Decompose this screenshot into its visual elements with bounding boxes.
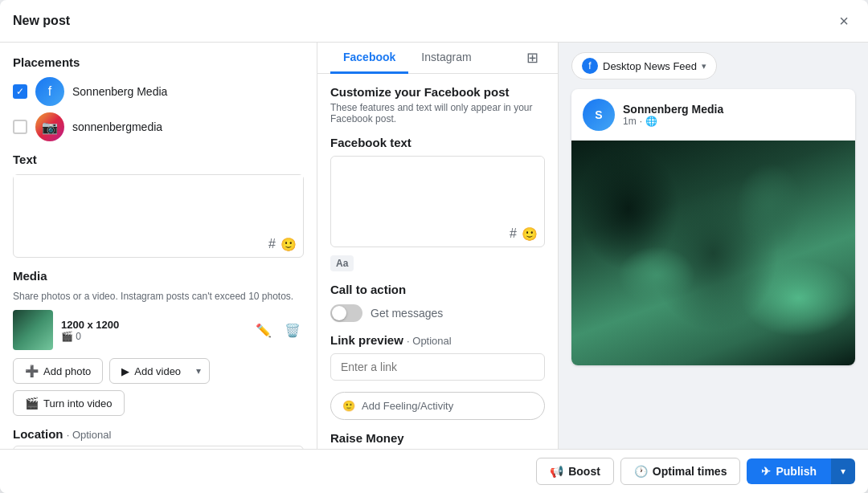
media-item: 1200 x 1200 🎬 0 ✏️ 🗑️ — [13, 310, 304, 350]
media-actions: ✏️ 🗑️ — [252, 320, 304, 341]
boost-icon: 📢 — [550, 465, 563, 478]
text-label: Text — [13, 153, 304, 166]
video-icon: 🎬 — [61, 331, 73, 342]
fb-text-label: Facebook text — [330, 136, 545, 149]
feeling-icon: 🙂 — [342, 400, 355, 412]
publish-button-group: ✈ Publish ▾ — [747, 458, 855, 484]
media-thumbnail — [13, 310, 53, 350]
left-panel: Placements ✓ f Sonnenberg Media 📷 sonne — [0, 43, 317, 449]
post-image — [571, 141, 855, 365]
raise-money-label: Raise Money — [330, 431, 545, 445]
add-photo-button[interactable]: ➕ Add photo — [13, 358, 103, 384]
turn-into-video-icon: 🎬 — [25, 397, 39, 409]
text-section: Text # 🙂 — [13, 153, 304, 258]
get-messages-row: Get messages — [330, 304, 545, 322]
media-dimensions: 1200 x 1200 — [61, 319, 244, 331]
instagram-placement-name: sonnenbergmedia — [72, 120, 162, 133]
layout-icon[interactable]: ⊞ — [520, 43, 545, 73]
toggle-knob — [332, 306, 346, 320]
publish-icon: ✈ — [761, 465, 771, 478]
post-meta: 1m · 🌐 — [623, 116, 844, 127]
link-input[interactable] — [330, 353, 545, 381]
add-video-button-group: ▶ Add video ▾ — [109, 358, 210, 384]
get-messages-label: Get messages — [371, 307, 443, 320]
post-header: S Sonnenberg Media 1m · 🌐 — [571, 89, 855, 141]
right-panel: f Desktop News Feed ▾ S Sonnenberg Media… — [559, 43, 868, 449]
get-messages-toggle[interactable] — [330, 304, 362, 322]
customize-desc: These features and text will only appear… — [330, 102, 545, 124]
modal-header: New post × — [0, 0, 868, 43]
customize-section: Customize your Facebook post These featu… — [317, 74, 558, 449]
preview-selector[interactable]: f Desktop News Feed ▾ — [571, 52, 717, 79]
location-label: Location · Optional — [13, 427, 304, 441]
modal-title: New post — [13, 14, 70, 28]
publish-button[interactable]: ✈ Publish — [747, 458, 831, 484]
placements-label: Placements — [13, 55, 304, 69]
fb-hashtag-icon[interactable]: # — [510, 226, 517, 242]
link-optional-label: · Optional — [407, 335, 452, 347]
clock-icon: 🕐 — [634, 465, 648, 478]
add-video-button[interactable]: ▶ Add video — [121, 365, 187, 377]
tab-facebook[interactable]: Facebook — [330, 43, 408, 74]
instagram-avatar: 📷 — [35, 112, 64, 141]
preview-card: S Sonnenberg Media 1m · 🌐 — [571, 89, 855, 365]
facebook-placement-name: Sonnenberg Media — [72, 85, 167, 98]
fb-textarea-footer: # 🙂 — [331, 223, 544, 246]
location-optional: · Optional — [67, 429, 112, 441]
instagram-icon: 📷 — [42, 120, 58, 135]
modal-footer: 📢 Boost 🕐 Optimal times ✈ Publish ▾ — [0, 449, 868, 493]
tab-instagram[interactable]: Instagram — [408, 43, 484, 74]
placement-facebook[interactable]: ✓ f Sonnenberg Media — [13, 77, 304, 106]
placement-instagram[interactable]: 📷 sonnenbergmedia — [13, 112, 304, 141]
globe-icon: 🌐 — [645, 116, 657, 127]
fb-text-input[interactable] — [331, 157, 544, 221]
media-video-count: 🎬 0 — [61, 331, 244, 342]
media-info: 1200 x 1200 🎬 0 — [61, 319, 244, 342]
edit-media-icon[interactable]: ✏️ — [252, 320, 275, 341]
video-btn-icon: ▶ — [121, 365, 129, 377]
post-name: Sonnenberg Media — [623, 103, 844, 116]
media-buttons: ➕ Add photo ▶ Add video ▾ — [13, 358, 304, 384]
add-video-dropdown-arrow[interactable]: ▾ — [188, 365, 209, 377]
fb-textarea-wrapper: # 🙂 — [330, 156, 545, 247]
checkmark-icon: ✓ — [16, 86, 24, 97]
modal-body: Placements ✓ f Sonnenberg Media 📷 sonne — [0, 43, 868, 449]
optimal-times-button[interactable]: 🕐 Optimal times — [620, 458, 741, 485]
facebook-avatar: f — [35, 77, 64, 106]
fb-emoji-icon[interactable]: 🙂 — [522, 226, 538, 242]
link-preview-label: Link preview · Optional — [330, 333, 545, 347]
tabs-bar: Facebook Instagram ⊞ — [317, 43, 558, 74]
feeling-button[interactable]: 🙂 Add Feeling/Activity — [330, 392, 545, 420]
hashtag-icon[interactable]: # — [268, 237, 276, 252]
cta-label: Call to action — [330, 283, 545, 296]
facebook-checkbox[interactable]: ✓ — [13, 84, 27, 99]
emoji-icon[interactable]: 🙂 — [280, 237, 297, 252]
text-input[interactable] — [14, 175, 303, 231]
facebook-icon: f — [48, 84, 51, 99]
instagram-checkbox[interactable] — [13, 120, 27, 134]
post-avatar: S — [583, 99, 615, 131]
close-button[interactable]: × — [833, 10, 855, 32]
new-post-modal: New post × Placements ✓ f Sonnenberg Med… — [0, 0, 868, 493]
fb-globe-icon: f — [582, 58, 598, 74]
media-label: Media — [13, 269, 304, 283]
leaf-pattern — [571, 141, 855, 365]
add-photo-icon: ➕ — [25, 365, 39, 377]
turn-into-video-button[interactable]: 🎬 Turn into video — [13, 390, 125, 416]
preview-header: f Desktop News Feed ▾ — [559, 43, 868, 89]
location-section: Location · Optional — [13, 427, 304, 449]
middle-panel: Facebook Instagram ⊞ Customize your Face… — [317, 43, 559, 449]
boost-button[interactable]: 📢 Boost — [536, 458, 614, 485]
media-section: Media Share photos or a video. Instagram… — [13, 269, 304, 416]
text-area-footer: # 🙂 — [14, 234, 303, 257]
media-description: Share photos or a video. Instagram posts… — [13, 291, 304, 302]
post-avatar-letter: S — [595, 108, 602, 121]
customize-title: Customize your Facebook post — [330, 85, 545, 99]
aa-button[interactable]: Aa — [330, 255, 354, 271]
placements-section: Placements ✓ f Sonnenberg Media 📷 sonne — [13, 55, 304, 141]
delete-media-icon[interactable]: 🗑️ — [281, 320, 304, 341]
publish-dropdown-button[interactable]: ▾ — [831, 458, 855, 484]
preview-selector-label: Desktop News Feed — [603, 60, 697, 72]
text-area-wrapper: # 🙂 — [13, 174, 304, 258]
preview-dropdown-arrow: ▾ — [702, 61, 706, 71]
